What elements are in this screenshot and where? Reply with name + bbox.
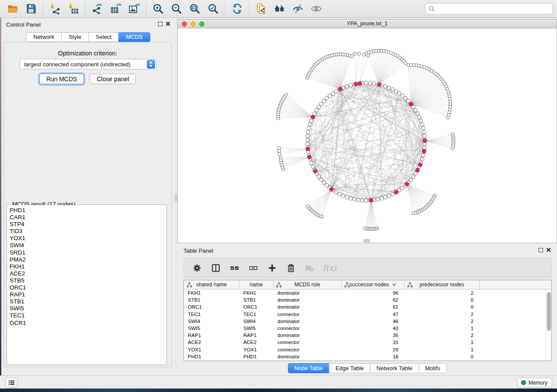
close-panel-icon[interactable] [166, 21, 170, 26]
horizontal-splitter-grip[interactable] [363, 239, 370, 242]
graph-node[interactable] [414, 109, 417, 112]
graph-node[interactable] [416, 112, 419, 115]
clear-table-button[interactable] [304, 262, 315, 274]
show-columns-button[interactable] [210, 262, 221, 274]
graph-node[interactable] [387, 86, 391, 89]
graph-node[interactable] [419, 119, 422, 123]
mcds-result-item[interactable]: FKH1 [10, 263, 161, 270]
graph-node[interactable] [353, 52, 356, 55]
graph-node[interactable] [412, 212, 415, 215]
table-row[interactable]: YOX1YOX1connector291 [184, 346, 546, 353]
graph-node[interactable] [391, 88, 394, 91]
table-row[interactable]: TEC1TEC1connector472 [184, 311, 546, 318]
graph-node[interactable] [404, 61, 407, 64]
graph-node[interactable] [350, 55, 353, 58]
graph-node[interactable] [334, 191, 338, 194]
graph-node[interactable] [341, 194, 345, 198]
table-scrollbar-thumb[interactable] [547, 292, 551, 331]
deselect-all-button[interactable] [248, 262, 259, 274]
mcds-result-item[interactable]: PHD1 [10, 207, 161, 214]
mcds-result-item[interactable]: SWI5 [10, 305, 161, 312]
mcds-result-item[interactable]: GCR1 [10, 320, 161, 327]
graph-node[interactable] [345, 85, 349, 88]
graph-node[interactable] [349, 197, 352, 200]
graph-node[interactable] [451, 147, 454, 150]
graph-hub-node[interactable] [339, 87, 343, 91]
graph-node[interactable] [322, 181, 325, 184]
network-window-titlebar[interactable]: YPA_prune.txt_1 [178, 20, 557, 28]
tab-select[interactable]: Select [88, 32, 118, 42]
criterion-dropdown[interactable]: largest connected component (undirected) [20, 59, 156, 69]
column-header-MCDS-role[interactable]: MCDS role [273, 280, 342, 289]
mcds-result-list[interactable]: PHD1CAR1STP4TID3YOX1SWI4SRD1PMA2FKH1ACE2… [7, 205, 161, 364]
graph-node[interactable] [422, 154, 425, 157]
graph-node[interactable] [349, 83, 352, 87]
mcds-result-item[interactable]: STB1 [10, 298, 161, 305]
graph-node[interactable] [322, 99, 325, 103]
column-header-predecessor-nodes[interactable]: predecessor nodes [405, 280, 480, 289]
graph-hub-node[interactable] [415, 168, 419, 172]
graph-hub-node[interactable] [418, 163, 422, 167]
graph-node[interactable] [394, 89, 398, 93]
graph-node[interactable] [313, 112, 316, 115]
close-panel-button[interactable]: Close panel [90, 74, 136, 84]
graph-node[interactable] [311, 165, 315, 168]
graph-hub-node[interactable] [405, 182, 409, 186]
graph-node[interactable] [331, 92, 335, 95]
tab-network[interactable]: Network [26, 32, 61, 42]
graph-hub-node[interactable] [313, 169, 317, 173]
hide-panels-button[interactable] [272, 1, 287, 16]
graph-hub-node[interactable] [358, 82, 362, 86]
mcds-result-item[interactable]: RAP1 [10, 291, 161, 298]
mcds-result-item[interactable]: SWI4 [10, 242, 161, 249]
graph-node[interactable] [338, 193, 341, 196]
graph-node[interactable] [360, 199, 364, 202]
mcds-result-item[interactable]: PMA2 [10, 256, 161, 263]
zoom-in-button[interactable] [150, 1, 166, 16]
graph-node[interactable] [446, 116, 450, 119]
graph-hub-node[interactable] [311, 115, 315, 119]
close-panel-icon[interactable] [546, 248, 551, 252]
add-column-button[interactable] [266, 262, 278, 274]
graph-hub-node[interactable] [422, 149, 426, 153]
graph-node[interactable] [387, 194, 391, 198]
graph-node[interactable] [306, 138, 309, 141]
graph-node[interactable] [398, 92, 401, 95]
save-session-button[interactable] [23, 1, 39, 16]
graph-node[interactable] [357, 52, 360, 55]
search-input[interactable] [437, 4, 549, 13]
graph-hub-node[interactable] [354, 82, 358, 86]
mcds-list-scrollbar[interactable] [161, 205, 166, 364]
zoom-fit-button[interactable] [187, 1, 203, 16]
table-row[interactable]: PHD1PHD1dominator180 [184, 353, 546, 360]
table-settings-button[interactable] [191, 262, 203, 274]
graph-hub-node[interactable] [369, 198, 373, 202]
graph-node[interactable] [284, 93, 287, 96]
mcds-result-item[interactable]: ORC1 [10, 284, 161, 291]
memory-button[interactable]: Memory [517, 378, 552, 388]
graph-hub-node[interactable] [394, 190, 398, 194]
graph-node[interactable] [307, 127, 311, 130]
graph-node[interactable] [412, 175, 415, 179]
graph-node[interactable] [407, 99, 410, 103]
export-network-button[interactable] [90, 1, 105, 16]
open-session-button[interactable] [5, 1, 21, 16]
graph-node[interactable] [372, 82, 376, 86]
graph-node[interactable] [384, 196, 387, 199]
graph-node[interactable] [306, 142, 309, 145]
graph-node[interactable] [384, 85, 387, 88]
birds-eye-button[interactable] [308, 1, 324, 16]
graph-node[interactable] [401, 186, 404, 189]
float-panel-icon[interactable] [158, 22, 163, 26]
graph-node[interactable] [306, 130, 310, 134]
graph-node[interactable] [279, 156, 282, 159]
tab-motifs[interactable]: Motifs [419, 363, 447, 373]
mcds-result-item[interactable]: STB5 [10, 277, 161, 284]
graph-hub-node[interactable] [306, 147, 310, 151]
column-header-name[interactable]: name [239, 280, 273, 289]
graph-node[interactable] [325, 96, 329, 100]
tab-style[interactable]: Style [61, 32, 88, 42]
graph-node[interactable] [325, 184, 329, 187]
mcds-result-item[interactable]: CAR1 [10, 214, 161, 221]
mcds-result-item[interactable]: SRD1 [10, 249, 161, 256]
